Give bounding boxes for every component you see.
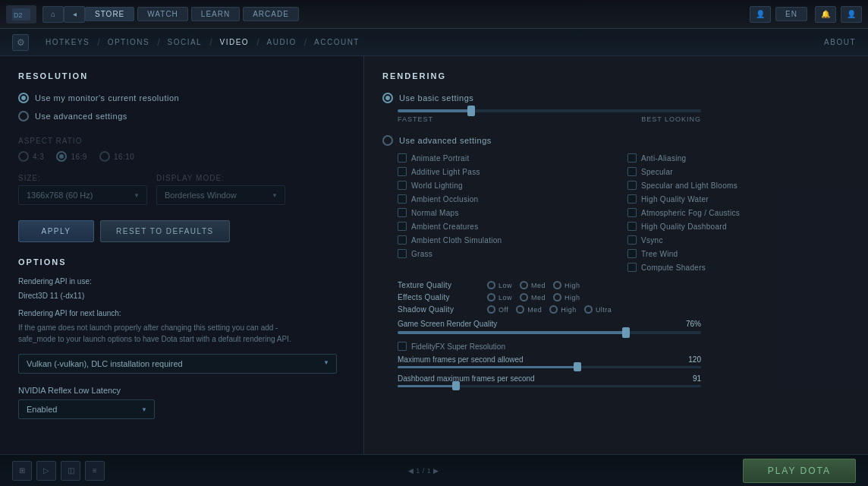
nav-hotkeys[interactable]: HOTKEYS: [38, 38, 97, 46]
latency-section: NVIDIA Reflex Low Latency Enabled: [18, 386, 345, 419]
cb-specular[interactable]: Specular: [627, 167, 850, 176]
nav-home-btn[interactable]: ⌂: [42, 6, 64, 23]
quality-slider-handle[interactable]: [467, 106, 475, 116]
nav-social[interactable]: SOCIAL: [160, 38, 210, 46]
cb-ambient-occlusion[interactable]: Ambient Occlusion: [398, 194, 620, 204]
dashboard-frames-slider[interactable]: [398, 385, 701, 387]
bottom-icon-3[interactable]: ◫: [61, 461, 80, 481]
nav-options[interactable]: OPTIONS: [100, 38, 158, 46]
texture-med[interactable]: Med: [520, 281, 546, 289]
bottom-bar: ⊞ ▷ ◫ ≡ ◀ 1 / 1 ▶ PLAY DOTA: [0, 454, 868, 486]
cb-high-quality-dashboard[interactable]: High Quality Dashboard: [627, 222, 850, 231]
aspect-16-9[interactable]: 16:9: [56, 151, 86, 162]
radio-advanced-settings[interactable]: Use advanced settings: [382, 135, 850, 146]
gsq-slider[interactable]: [398, 331, 701, 334]
gsq-handle[interactable]: [622, 327, 630, 338]
rendering-api-value: Direct3D 11 (-dx11): [18, 290, 345, 301]
nvidia-label: NVIDIA Reflex Low Latency: [18, 386, 345, 395]
bottom-icon-2[interactable]: ▷: [36, 461, 56, 481]
nvidia-select[interactable]: Enabled: [18, 399, 155, 419]
max-frames-handle[interactable]: [574, 362, 581, 371]
texture-high[interactable]: High: [553, 281, 580, 289]
shadow-med[interactable]: Med: [516, 305, 542, 314]
main-content: RESOLUTION Use my monitor's current reso…: [0, 56, 868, 454]
cb-animate-portrait[interactable]: Animate Portrait: [398, 153, 620, 163]
dashboard-frames-handle[interactable]: [452, 381, 460, 390]
cb-vsync[interactable]: Vsync: [627, 235, 850, 245]
cb-tree-wind[interactable]: Tree Wind: [627, 249, 850, 258]
radio-monitor-resolution[interactable]: Use my monitor's current resolution: [18, 93, 345, 103]
cb-world-lighting[interactable]: World Lighting: [398, 181, 620, 190]
bottom-icons: ⊞ ▷ ◫ ≡: [12, 461, 105, 481]
cb-grass[interactable]: Grass: [398, 249, 620, 258]
frames-section: Maximum frames per second allowed 120 Da…: [398, 355, 850, 387]
cb-ambient-cloth[interactable]: Ambient Cloth Simulation: [398, 235, 620, 245]
cb-specular-light-blooms[interactable]: Specular and Light Blooms: [627, 181, 850, 190]
options-title: OPTIONS: [18, 257, 345, 267]
bottom-icon-4[interactable]: ≡: [85, 461, 105, 481]
aspect-4-3[interactable]: 4:3: [18, 151, 44, 162]
aspect-ratio-group: 4:3 16:9 16:10: [18, 151, 345, 162]
max-frames-slider[interactable]: [398, 366, 701, 368]
fidelity-item[interactable]: FidelityFX Super Resolution: [398, 342, 850, 351]
cb-tree-wind-label: Tree Wind: [641, 250, 678, 258]
shadow-ultra-label: Ultra: [596, 306, 612, 314]
nav-about[interactable]: ABOUT: [824, 38, 856, 46]
friends-icon[interactable]: 👤: [750, 6, 771, 23]
slider-label-fastest: Fastest: [398, 115, 433, 123]
cb-normal-maps[interactable]: Normal Maps: [398, 208, 620, 217]
cb-anti-aliasing-box: [627, 153, 637, 163]
reset-button[interactable]: RESET TO DEFAULTS: [100, 220, 230, 242]
dashboard-frames-label: Dashboard maximum frames per second: [398, 374, 535, 383]
svg-text:D2: D2: [14, 11, 23, 19]
effects-med[interactable]: Med: [520, 293, 546, 301]
profile-avatar[interactable]: 👤: [841, 6, 862, 23]
cb-atmospheric-fog[interactable]: Atmospheric Fog / Caustics: [627, 208, 850, 217]
shadow-ultra[interactable]: Ultra: [584, 305, 612, 314]
texture-quality-group: Low Med High: [487, 281, 580, 289]
shadow-off[interactable]: Off: [487, 305, 508, 314]
learn-btn[interactable]: LEARN: [191, 7, 240, 21]
watch-btn[interactable]: WATCH: [137, 7, 188, 21]
shadow-high[interactable]: High: [549, 305, 577, 314]
cb-anti-aliasing[interactable]: Anti-Aliasing: [627, 153, 850, 163]
bottom-icon-1[interactable]: ⊞: [12, 461, 32, 481]
cb-ambient-creatures[interactable]: Ambient Creatures: [398, 222, 620, 231]
cb-ambient-occlusion-label: Ambient Occlusion: [411, 195, 478, 204]
cb-high-quality-dashboard-label: High Quality Dashboard: [641, 222, 727, 231]
rendering-basic-section: Use basic settings Fastest Best Looking: [382, 93, 850, 123]
resolution-radio-group: Use my monitor's current resolution Use …: [18, 93, 345, 122]
texture-quality-label: Texture Quality: [398, 281, 481, 289]
cb-high-quality-water[interactable]: High Quality Water: [627, 194, 850, 204]
display-mode-select[interactable]: Borderless Window: [156, 185, 285, 205]
aspect-16-10[interactable]: 16:10: [99, 151, 135, 162]
nav-video[interactable]: VIDEO: [212, 38, 257, 46]
lang-btn[interactable]: EN: [775, 7, 807, 21]
nav-account[interactable]: ACCOUNT: [307, 38, 367, 46]
nav-audio[interactable]: AUDIO: [259, 38, 304, 46]
effects-low[interactable]: Low: [487, 293, 512, 301]
play-dota-button[interactable]: PLAY DOTA: [743, 459, 856, 483]
vulkan-select[interactable]: Vulkan (-vulkan), DLC installation requi…: [18, 354, 337, 374]
radio-advanced-resolution[interactable]: Use advanced settings: [18, 111, 345, 122]
effects-quality-row: Effects Quality Low Med High: [398, 293, 850, 301]
quality-slider-track[interactable]: [398, 109, 701, 112]
aspect-16-10-circle: [99, 151, 110, 162]
apply-button[interactable]: APPLY: [18, 220, 94, 242]
bottom-center: ◀ 1 / 1 ▶: [105, 467, 743, 475]
cb-compute-shaders[interactable]: Compute Shaders: [627, 263, 850, 272]
display-mode-field-group: Display Mode: Borderless Window: [156, 174, 285, 205]
nav-back-btn[interactable]: ◂: [64, 6, 85, 23]
cb-specular-box: [627, 167, 637, 176]
notifications-icon[interactable]: 🔔: [815, 6, 836, 23]
effects-high[interactable]: High: [553, 293, 580, 301]
top-bar: D2 ⌂ ◂ STORE WATCH LEARN ARCADE 👤 EN 🔔 👤: [0, 0, 868, 29]
store-btn[interactable]: STORE: [85, 7, 134, 21]
size-select-wrapper: 1366x768 (60 Hz): [18, 185, 147, 205]
size-select[interactable]: 1366x768 (60 Hz): [18, 185, 147, 205]
radio-basic-settings[interactable]: Use basic settings: [382, 93, 850, 103]
texture-low[interactable]: Low: [487, 281, 512, 289]
arcade-btn[interactable]: ARCADE: [243, 7, 299, 21]
shadow-ultra-circle: [584, 305, 593, 314]
cb-additive-light[interactable]: Additive Light Pass: [398, 167, 620, 176]
